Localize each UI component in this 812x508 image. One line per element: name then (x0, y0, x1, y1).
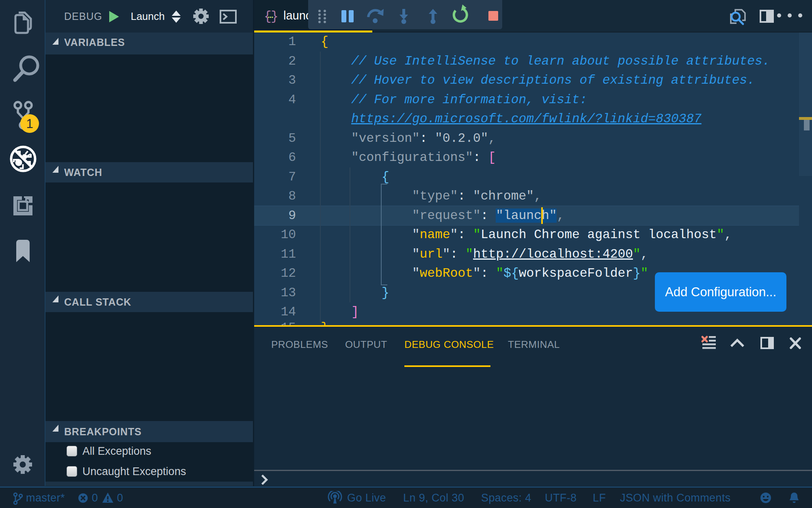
svg-text:1: 1 (26, 117, 33, 131)
svg-text:{: { (264, 9, 272, 24)
svg-text:}: } (271, 9, 277, 24)
